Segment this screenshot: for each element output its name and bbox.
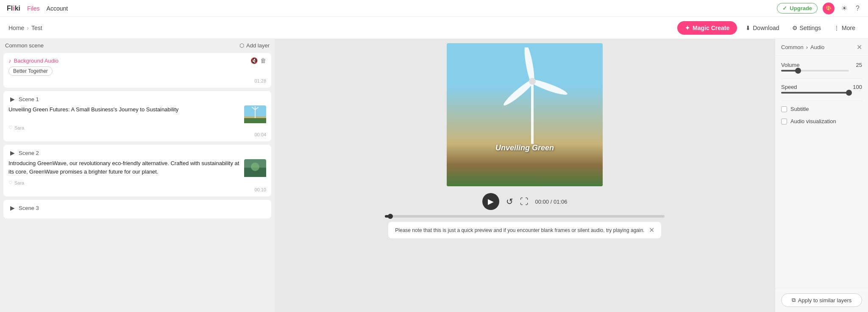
fullscreen-button[interactable]: ⛶ [520,197,529,207]
nav-files[interactable]: Files [27,5,40,12]
scene-2-header: ▶ Scene 2 [8,149,266,157]
audio-viz-label: Audio visualization [790,118,836,124]
more-button[interactable]: ⋮ More [829,22,860,34]
notice-close-button[interactable]: ✕ [649,226,654,234]
speed-thumb[interactable] [846,90,852,96]
speed-fill [781,92,849,94]
video-controls: ▶ ↺ ⛶ 00:00 / 01:06 [482,191,568,213]
center-panel: Unveiling Green ▶ ↺ ⛶ 00:00 / 01:06 Plea… [275,39,775,312]
scene-1-header: ▶ Scene 1 [8,95,266,103]
speed-label: Speed [781,84,797,90]
upgrade-button[interactable]: ✓ Upgrade [777,3,818,14]
download-icon: ⬇ [746,25,751,31]
breadcrumb-bar: Home › Test ✦ Magic Create ⬇ Download ⚙ … [0,17,868,39]
volume-slider[interactable] [781,70,849,72]
layer-header: ♪ Background Audio 🔇 🗑 [8,57,266,64]
scene-2-author: ♡ Sara [8,180,266,185]
speed-slider[interactable] [781,92,849,94]
divider-1 [781,78,862,79]
top-nav: Fliki Files Account ✓ Upgrade 🎨 ☀ ? [0,0,868,17]
video-frame: Unveiling Green [447,43,603,186]
music-icon: ♪ [8,58,11,64]
scene-3-header: ▶ Scene 3 [8,204,266,212]
audio-tag[interactable]: Better Together [8,66,53,76]
person-icon: ♡ [8,125,13,130]
right-footer: ⧉ Apply to similar layers [775,288,868,312]
breadcrumb-project[interactable]: Test [31,25,42,31]
video-overlay-text: Unveiling Green [495,144,554,152]
subtitle-checkbox[interactable] [781,106,787,112]
magic-label: Magic Create [693,25,729,31]
volume-value: 25 [856,62,862,68]
right-breadcrumb: Common › Audio [781,44,824,50]
audio-duration: 01:28 [8,78,266,83]
download-button[interactable]: ⬇ Download [741,22,783,34]
scene-1-card: ▶ Scene 1 Unveiling Green Futures: A Sma… [3,91,271,141]
main-layout: Common scene ⬡ Add layer ♪ Background Au… [0,39,868,312]
add-layer-button[interactable]: ⬡ Add layer [239,42,270,49]
mute-button[interactable]: 🔇 [250,57,258,64]
magic-icon: ✦ [685,25,690,31]
apply-similar-button[interactable]: ⧉ Apply to similar layers [781,293,862,307]
common-scene-header: Common scene ⬡ Add layer [0,39,275,51]
layer-actions: 🔇 🗑 [250,57,266,64]
audio-viz-checkbox[interactable] [781,119,787,124]
volume-thumb[interactable] [795,68,801,74]
play-pause-button[interactable]: ▶ [482,193,499,210]
scene-1-title: Scene 1 [19,96,39,102]
subtitle-label: Subtitle [790,106,809,112]
settings-button[interactable]: ⚙ Settings [788,22,826,34]
timeline[interactable] [385,215,665,218]
speed-value: 100 [853,84,862,90]
volume-prop: Volume 25 [781,62,862,68]
avatar[interactable]: 🎨 [823,3,835,14]
right-header: Common › Audio ✕ [775,39,868,56]
subtitle-row: Subtitle [781,106,862,112]
divider-2 [781,100,862,101]
gear-icon: ⚙ [792,25,798,31]
theme-toggle-button[interactable]: ☀ [840,3,849,14]
scene-2-title: Scene 2 [19,150,39,156]
help-button[interactable]: ? [854,3,861,14]
nav-account[interactable]: Account [47,5,68,12]
panel-close-button[interactable]: ✕ [857,43,862,51]
breadcrumb-home[interactable]: Home [8,25,24,31]
scene-1-play-button[interactable]: ▶ [8,95,16,103]
person-icon-2: ♡ [8,180,13,185]
preview-notice: Please note that this is just a quick pr… [388,222,661,238]
scene-1-author: ♡ Sara [8,125,266,130]
speed-row: Speed 100 [781,84,862,94]
scene-3-play-button[interactable]: ▶ [8,204,16,212]
svg-rect-3 [255,109,256,118]
magic-create-button[interactable]: ✦ Magic Create [677,21,737,35]
svg-point-14 [529,78,536,85]
right-panel: Common › Audio ✕ Volume 25 [775,39,868,312]
background-audio-card: ♪ Background Audio 🔇 🗑 Better Together 0… [3,53,271,88]
scene-2-play-button[interactable]: ▶ [8,149,16,157]
scene-2-time: 00:10 [8,187,266,192]
delete-button[interactable]: 🗑 [260,57,266,64]
time-display: 00:00 / 01:06 [535,199,568,205]
nav-right: ✓ Upgrade 🎨 ☀ ? [777,3,861,14]
volume-label: Volume [781,62,799,68]
right-bc-common[interactable]: Common [781,44,804,50]
nav-left: Fliki Files Account [7,5,68,12]
scene-1-thumbnail [244,105,266,123]
scene-1-body: Unveiling Green Futures: A Small Busines… [8,105,266,123]
volume-row: Volume 25 [781,62,862,72]
add-layer-label: Add layer [246,42,270,49]
right-bc-audio[interactable]: Audio [810,44,824,50]
scene-2-card: ▶ Scene 2 Introducing GreenWave, our rev… [3,145,271,196]
scene-2-body: Introducing GreenWave, our revolutionary… [8,159,266,178]
logo-accent: i [13,5,14,12]
right-content: Volume 25 Speed 100 [775,56,868,288]
scene-2-thumbnail [244,159,266,178]
scene-3-title: Scene 3 [19,205,39,211]
notice-text: Please note that this is just a quick pr… [395,227,644,233]
common-scene-title: Common scene [5,42,44,49]
timeline-scrubber[interactable] [388,214,393,219]
speed-prop: Speed 100 [781,84,862,90]
logo: Fliki [7,5,20,12]
scene-2-text: Introducing GreenWave, our revolutionary… [8,159,241,176]
replay-button[interactable]: ↺ [506,196,513,207]
